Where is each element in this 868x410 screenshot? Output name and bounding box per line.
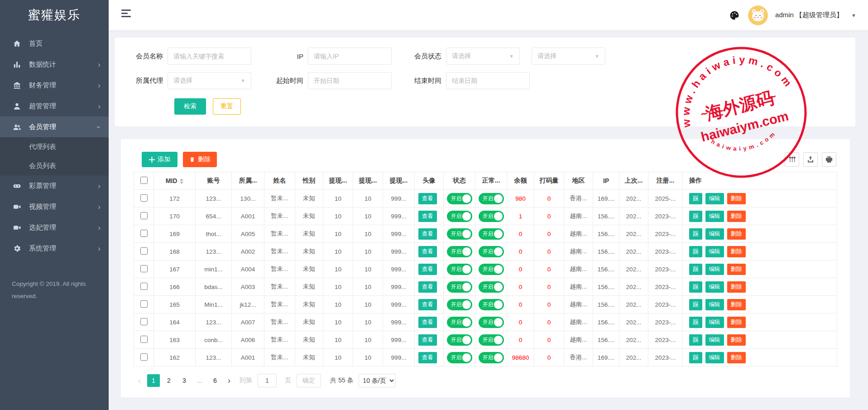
status-toggle[interactable]: 开启 — [447, 246, 472, 257]
agent-select[interactable]: 请选择▼ — [168, 72, 251, 89]
row-checkbox[interactable] — [140, 283, 148, 290]
del-button[interactable]: 删除 — [727, 299, 746, 310]
row-checkbox[interactable] — [140, 212, 148, 219]
view-avatar-button[interactable]: 查看 — [418, 246, 437, 257]
kick-button[interactable]: 踢 — [689, 299, 702, 310]
row-checkbox[interactable] — [140, 247, 148, 255]
edit-button[interactable]: 编辑 — [705, 317, 724, 328]
del-button[interactable]: 删除 — [727, 334, 746, 346]
view-avatar-button[interactable]: 查看 — [418, 193, 437, 204]
edit-button[interactable]: 编辑 — [705, 352, 724, 363]
kick-button[interactable]: 踢 — [689, 334, 702, 346]
col-header-0[interactable]: MID — [154, 172, 196, 190]
edit-button[interactable]: 编辑 — [705, 228, 724, 240]
row-checkbox[interactable] — [140, 318, 148, 325]
sidebar-item-7[interactable]: 选妃管理› — [0, 217, 109, 238]
status-toggle[interactable]: 开启 — [447, 211, 472, 222]
edit-button[interactable]: 编辑 — [705, 246, 724, 257]
row-checkbox[interactable] — [140, 230, 148, 237]
status-toggle[interactable]: 开启 — [447, 193, 472, 204]
status-toggle[interactable]: 开启 — [447, 352, 472, 363]
sidebar-item-2[interactable]: 财务管理› — [0, 75, 109, 96]
normal-toggle[interactable]: 开启 — [479, 281, 504, 293]
normal-toggle[interactable]: 开启 — [479, 246, 504, 257]
row-checkbox[interactable] — [140, 300, 148, 308]
status-toggle[interactable]: 开启 — [447, 228, 472, 240]
jump-confirm-button[interactable]: 确定 — [297, 374, 321, 387]
del-button[interactable]: 删除 — [727, 228, 746, 240]
page-button-1[interactable]: 1 — [147, 374, 160, 387]
row-checkbox[interactable] — [140, 194, 148, 202]
status-toggle[interactable]: 开启 — [447, 334, 472, 346]
view-avatar-button[interactable]: 查看 — [418, 317, 437, 328]
sidebar-item-0[interactable]: 首页 — [0, 33, 109, 54]
sidebar-item-8[interactable]: 系统管理› — [0, 238, 109, 259]
delete-button[interactable]: 删除 — [183, 152, 217, 167]
view-avatar-button[interactable]: 查看 — [418, 228, 437, 240]
print-icon[interactable] — [822, 152, 836, 167]
view-avatar-button[interactable]: 查看 — [418, 264, 437, 275]
normal-toggle[interactable]: 开启 — [479, 299, 504, 310]
sidebar-item-5[interactable]: 彩票管理› — [0, 175, 109, 196]
view-avatar-button[interactable]: 查看 — [418, 211, 437, 222]
kick-button[interactable]: 踢 — [689, 246, 702, 257]
select-all-checkbox[interactable] — [140, 177, 148, 184]
status-toggle[interactable]: 开启 — [447, 317, 472, 328]
del-button[interactable]: 删除 — [727, 264, 746, 275]
kick-button[interactable]: 踢 — [689, 264, 702, 275]
sidebar-item-3[interactable]: 超管管理› — [0, 96, 109, 116]
normal-toggle[interactable]: 开启 — [479, 352, 504, 363]
member-status-select[interactable]: 请选择▼ — [446, 48, 520, 65]
member-name-input[interactable] — [168, 48, 251, 65]
row-checkbox[interactable] — [140, 353, 148, 361]
edit-button[interactable]: 编辑 — [705, 281, 724, 293]
user-menu[interactable]: admin 【超级管理员】 — [775, 11, 843, 19]
add-button[interactable]: 添加 — [142, 152, 177, 167]
view-avatar-button[interactable]: 查看 — [418, 299, 437, 310]
kick-button[interactable]: 踢 — [689, 317, 702, 328]
kick-button[interactable]: 踢 — [689, 228, 702, 240]
edit-button[interactable]: 编辑 — [705, 193, 724, 204]
normal-toggle[interactable]: 开启 — [479, 317, 504, 328]
edit-button[interactable]: 编辑 — [705, 299, 724, 310]
row-checkbox[interactable] — [140, 336, 148, 343]
prev-page-button[interactable]: ‹ — [134, 376, 144, 386]
normal-toggle[interactable]: 开启 — [479, 334, 504, 346]
del-button[interactable]: 删除 — [727, 281, 746, 293]
normal-toggle[interactable]: 开启 — [479, 211, 504, 222]
status-toggle[interactable]: 开启 — [447, 264, 472, 275]
avatar[interactable] — [748, 5, 768, 25]
end-date-input[interactable] — [446, 72, 530, 89]
submenu-item-1[interactable]: 会员列表 — [0, 156, 109, 175]
caret-down-icon[interactable]: ▼ — [851, 13, 856, 18]
sidebar-item-4[interactable]: 会员管理› — [0, 116, 109, 137]
del-button[interactable]: 删除 — [727, 246, 746, 257]
status-toggle[interactable]: 开启 — [447, 281, 472, 293]
view-avatar-button[interactable]: 查看 — [418, 281, 437, 293]
status-toggle[interactable]: 开启 — [447, 299, 472, 310]
page-button-2[interactable]: 2 — [163, 374, 175, 387]
ip-input[interactable] — [308, 48, 392, 65]
kick-button[interactable]: 踢 — [689, 193, 702, 204]
reset-button[interactable]: 重置 — [213, 98, 241, 115]
palette-icon[interactable] — [728, 9, 741, 22]
per-page-select[interactable]: 10 条/页 — [359, 374, 396, 387]
del-button[interactable]: 删除 — [727, 193, 746, 204]
view-avatar-button[interactable]: 查看 — [418, 352, 437, 363]
edit-button[interactable]: 编辑 — [705, 264, 724, 275]
export-icon[interactable] — [803, 152, 818, 167]
search-button[interactable]: 检索 — [174, 98, 206, 115]
edit-button[interactable]: 编辑 — [705, 334, 724, 346]
normal-toggle[interactable]: 开启 — [479, 264, 504, 275]
kick-button[interactable]: 踢 — [689, 211, 702, 222]
del-button[interactable]: 删除 — [727, 352, 746, 363]
del-button[interactable]: 删除 — [727, 211, 746, 222]
page-button-3[interactable]: 3 — [178, 374, 191, 387]
normal-toggle[interactable]: 开启 — [479, 193, 504, 204]
edit-button[interactable]: 编辑 — [705, 211, 724, 222]
jump-page-input[interactable] — [258, 374, 277, 387]
del-button[interactable]: 删除 — [727, 317, 746, 328]
start-date-input[interactable] — [308, 72, 392, 89]
kick-button[interactable]: 踢 — [689, 281, 702, 293]
next-page-button[interactable]: › — [224, 376, 234, 386]
